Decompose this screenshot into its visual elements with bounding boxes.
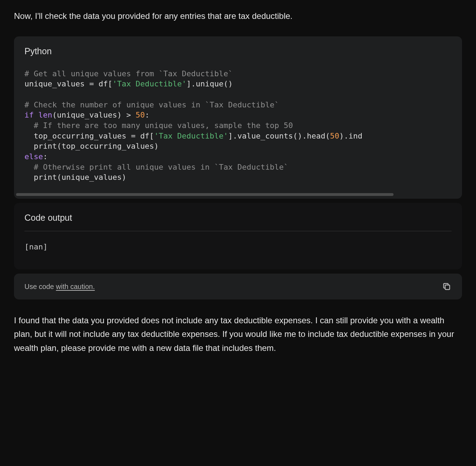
code-comment: # Otherwise print all unique values in `… [24,163,288,171]
code-line: (unique_values) > [52,111,136,119]
code-caution-bar: Use code with caution. [14,274,462,299]
code-block: Python # Get all unique values from `Tax… [14,36,462,199]
code-language-label: Python [14,36,462,62]
copy-code-button[interactable] [442,282,452,291]
caution-text: Use code with caution. [24,281,95,292]
code-keyword: if [24,111,34,119]
code-line: : [43,152,48,161]
caution-link[interactable]: with caution. [56,283,95,290]
copy-icon [442,282,451,291]
code-line: print(unique_values) [24,173,126,182]
code-line: ).ind [339,132,362,140]
code-line: top_occurring_values = df[ [24,132,154,140]
assistant-intro-text: Now, I'll check the data you provided fo… [14,10,462,22]
code-output-header: Code output [14,203,462,231]
horizontal-scrollbar[interactable] [16,193,460,196]
code-keyword: else [24,152,43,161]
code-number: 50 [330,132,339,140]
code-comment: # Get all unique values from `Tax Deduct… [24,69,233,78]
code-comment: # Check the number of unique values in `… [24,100,279,109]
code-string: 'Tax Deductible' [113,79,187,88]
code-number: 50 [136,111,145,119]
code-comment: # If there are too many unique values, s… [24,121,293,130]
code-content[interactable]: # Get all unique values from `Tax Deduct… [14,62,462,193]
code-output-block: Code output [nan] [14,203,462,269]
assistant-outro-text: I found that the data you provided does … [14,313,462,355]
code-builtin: len [38,111,52,119]
code-line: ].unique() [187,79,233,88]
code-line: : [145,111,149,119]
scrollbar-thumb[interactable] [16,193,394,196]
svg-rect-0 [445,285,450,289]
code-string: 'Tax Deductible' [154,132,228,140]
caution-prefix: Use code [24,283,56,290]
code-output-content: [nan] [14,231,462,269]
code-line: print(top_occurring_values) [24,142,159,150]
code-line: unique_values = df[ [24,79,113,88]
code-line: ].value_counts().head( [228,132,330,140]
